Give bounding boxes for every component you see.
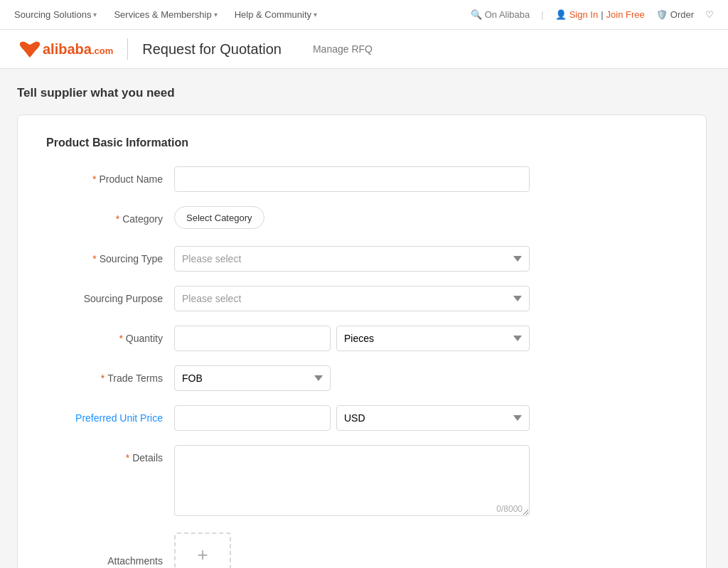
details-row: *Details 0/8000 — [46, 445, 678, 518]
price-wrap: USD — [174, 405, 530, 431]
header-divider — [127, 38, 128, 60]
quantity-input-group: Pieces — [174, 326, 530, 351]
services-membership-menu[interactable]: Services & Membership ▾ — [114, 9, 217, 20]
sourcing-purpose-select[interactable]: Please select — [174, 286, 530, 311]
plus-icon: + — [197, 545, 208, 564]
logo[interactable]: alibaba.com — [17, 39, 113, 59]
main-content: Tell supplier what you need Product Basi… — [0, 69, 728, 568]
product-name-row: *Product Name — [46, 166, 678, 192]
quantity-wrap: Pieces — [174, 326, 530, 351]
card-title: Product Basic Information — [46, 136, 678, 149]
quantity-row: *Quantity Pieces — [46, 326, 678, 351]
page-header: alibaba.com Request for Quotation Manage… — [0, 30, 728, 69]
price-row: Preferred Unit Price USD — [46, 405, 678, 431]
details-label: *Details — [46, 445, 174, 466]
product-basic-info-card: Product Basic Information *Product Name … — [17, 114, 707, 568]
category-row: *Category Select Category — [46, 206, 678, 232]
page-heading: Tell supplier what you need — [17, 86, 711, 100]
attachments-wrap: + Upload — [174, 532, 530, 568]
help-community-label: Help & Community — [235, 9, 311, 20]
search-label: On Alibaba — [485, 9, 530, 20]
required-star: * — [101, 373, 105, 384]
required-star: * — [126, 452, 129, 463]
product-name-wrap — [174, 166, 530, 192]
logo-text: alibaba.com — [43, 41, 113, 58]
auth-section: 👤 Sign In | Join Free — [555, 9, 645, 20]
auth-separator: | — [601, 9, 603, 20]
category-label: *Category — [46, 206, 174, 232]
attachments-row: Attachments + Upload — [46, 532, 678, 568]
select-category-button[interactable]: Select Category — [174, 206, 264, 229]
sourcing-purpose-label: Sourcing Purpose — [46, 286, 174, 311]
order-label: Order — [670, 9, 694, 20]
sourcing-purpose-row: Sourcing Purpose Please select — [46, 286, 678, 311]
sourcing-type-wrap: Please select — [174, 246, 530, 272]
search-on-alibaba[interactable]: 🔍 On Alibaba — [471, 9, 530, 20]
currency-select[interactable]: USD — [336, 405, 530, 431]
alibaba-logo-icon — [17, 39, 43, 59]
price-input[interactable] — [174, 405, 331, 431]
chevron-down-icon: ▾ — [214, 11, 218, 18]
required-star: * — [119, 333, 122, 344]
product-name-input[interactable] — [174, 166, 530, 192]
trade-terms-select[interactable]: FOB — [174, 365, 331, 391]
join-link[interactable]: Join Free — [606, 9, 645, 20]
user-icon: 👤 — [555, 9, 567, 20]
quantity-label: *Quantity — [46, 326, 174, 351]
product-name-label: *Product Name — [46, 166, 174, 192]
details-textarea[interactable] — [174, 445, 530, 516]
required-star: * — [92, 173, 96, 185]
required-star: * — [92, 253, 96, 264]
quantity-input[interactable] — [174, 326, 331, 351]
chevron-down-icon: ▾ — [93, 11, 97, 18]
sourcing-type-label: *Sourcing Type — [46, 246, 174, 272]
char-count: 0/8000 — [496, 504, 523, 514]
trade-terms-label: *Trade Terms — [46, 365, 174, 391]
sourcing-solutions-label: Sourcing Solutions — [14, 9, 91, 20]
trade-terms-row: *Trade Terms FOB — [46, 365, 678, 391]
divider: | — [541, 9, 543, 20]
top-nav-right: 🔍 On Alibaba | 👤 Sign In | Join Free 🛡️ … — [471, 9, 714, 20]
price-input-group: USD — [174, 405, 530, 431]
sourcing-purpose-wrap: Please select — [174, 286, 530, 311]
order-icon: 🛡️ — [656, 9, 668, 20]
quantity-unit-select[interactable]: Pieces — [336, 326, 530, 351]
details-textarea-wrap: 0/8000 — [174, 445, 530, 518]
category-wrap: Select Category — [174, 206, 530, 229]
price-label-text: Preferred Unit Price — [75, 412, 163, 424]
wishlist-icon[interactable]: ♡ — [705, 9, 714, 20]
signin-link[interactable]: Sign In — [569, 9, 598, 20]
chevron-down-icon: ▾ — [314, 11, 317, 18]
top-navigation: Sourcing Solutions ▾ Services & Membersh… — [0, 0, 728, 30]
search-icon: 🔍 — [471, 9, 482, 20]
services-membership-label: Services & Membership — [114, 9, 211, 20]
manage-rfq-link[interactable]: Manage RFQ — [313, 43, 373, 55]
trade-terms-wrap: FOB — [174, 365, 530, 391]
help-community-menu[interactable]: Help & Community ▾ — [235, 9, 317, 20]
price-label: Preferred Unit Price — [46, 405, 174, 431]
page-title: Request for Quotation — [142, 41, 282, 58]
order-link[interactable]: 🛡️ Order — [656, 9, 694, 20]
top-nav-left: Sourcing Solutions ▾ Services & Membersh… — [14, 9, 317, 20]
sourcing-type-select[interactable]: Please select — [174, 246, 530, 272]
details-wrap: 0/8000 — [174, 445, 530, 518]
required-star: * — [116, 213, 119, 225]
sourcing-type-row: *Sourcing Type Please select — [46, 246, 678, 272]
attachments-label: Attachments — [46, 532, 174, 568]
upload-button[interactable]: + Upload — [174, 532, 231, 568]
sourcing-solutions-menu[interactable]: Sourcing Solutions ▾ — [14, 9, 97, 20]
